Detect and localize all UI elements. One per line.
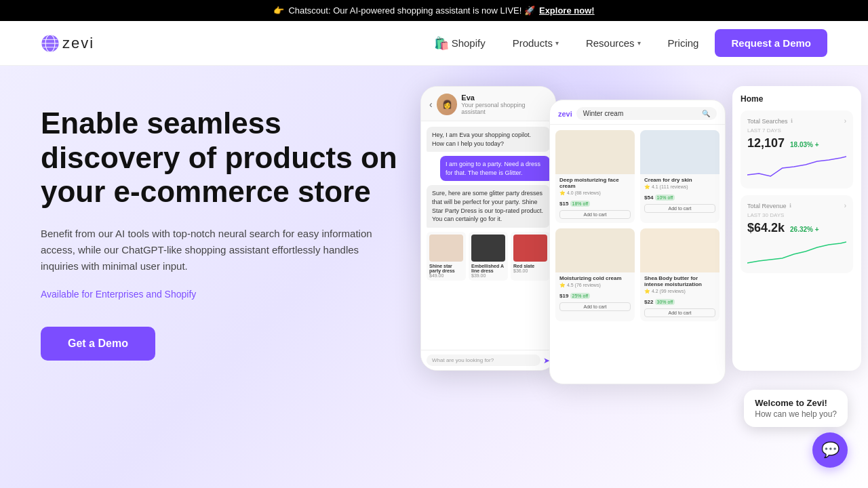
searches-value: 12,107 <box>747 136 785 150</box>
request-demo-button[interactable]: Request a Demo <box>715 29 827 57</box>
hero-description: Benefit from our AI tools with top-notch… <box>41 226 380 274</box>
products-chevron-icon: ▾ <box>555 39 559 47</box>
total-searches-label: Total Searches ℹ › <box>747 117 846 125</box>
total-revenue-label: Total Revenue ℹ › <box>747 202 846 209</box>
product-grid-phone: Shine star party dress $49.00 Embellishe… <box>427 232 550 281</box>
search-icon: 🔍 <box>702 110 710 117</box>
nav-resources-label: Resources <box>586 37 635 49</box>
expand-icon[interactable]: › <box>844 117 846 125</box>
phone-search-input[interactable]: What are you looking for? <box>427 354 540 366</box>
hero-section: Enable seamless discovery of products on… <box>0 66 868 488</box>
announcement-emoji: 👉 <box>273 5 284 16</box>
phone-product-image-3 <box>513 235 547 262</box>
dash-product-img-2 <box>640 130 719 174</box>
chat-bubble: Welcome to Zevi! How can we help you? <box>744 390 848 427</box>
add-to-cart-btn-4[interactable]: Add to cart <box>644 308 715 317</box>
resources-chevron-icon: ▾ <box>637 39 641 47</box>
phone-product-2: Embellished A line dress $39.00 <box>469 232 508 281</box>
phone-product-1: Shine star party dress $49.00 <box>427 232 466 281</box>
dash-product-reviews-2: ⭐ 4.1 (111 reviews) <box>644 184 715 190</box>
revenue-info-icon: ℹ <box>789 203 791 209</box>
dashboard-mockup: zevi Winter cream 🔍 Deep moisturizing fa… <box>549 100 726 384</box>
search-value: Winter cream <box>583 110 623 117</box>
revenue-expand-icon[interactable]: › <box>844 202 846 209</box>
dash-product-3: Moisturizing cold cream ⭐ 4.5 (76 review… <box>555 228 635 321</box>
chat-widget: Welcome to Zevi! How can we help you? 💬 <box>744 390 848 468</box>
avatar: 👩 <box>437 94 458 115</box>
product-grid-dash: Deep moisturizing face cream ⭐ 4.0 (88 r… <box>555 130 719 321</box>
logo-globe-icon <box>41 34 60 53</box>
dash-product-4: Shea Body butter for intense moisturizat… <box>640 228 719 321</box>
chat-widget-subtitle: How can we help you? <box>755 409 837 419</box>
nav-pricing[interactable]: Pricing <box>657 32 710 54</box>
dash-product-img-1 <box>555 130 635 174</box>
total-searches-card: Total Searches ℹ › LAST 7 DAYS 12,107 18… <box>741 110 853 188</box>
announcement-bar: 👉 Chatscout: Our AI-powered shopping ass… <box>0 0 868 21</box>
phone-product-image-2 <box>471 235 505 262</box>
stats-panel: Home Total Searches ℹ › LAST 7 DAYS 12,1… <box>732 86 861 371</box>
searches-period: LAST 7 DAYS <box>747 127 846 134</box>
dash-product-price-3: $19 <box>559 293 570 299</box>
nav-products[interactable]: Products ▾ <box>502 32 570 54</box>
assistant-subtitle: Your personal shopping assistant <box>461 102 547 115</box>
phone-product-name-3: Red slate <box>513 264 547 268</box>
chat-bot-message-1: Hey, I am Eva your shopping copilot. How… <box>427 127 550 152</box>
add-to-cart-btn-3[interactable]: Add to cart <box>559 302 631 311</box>
dash-product-info-4: Shea Body butter for intense moisturizat… <box>640 272 719 321</box>
revenue-chart <box>747 239 846 266</box>
phone-mockup: ‹ 👩 Eva Your personal shopping assistant… <box>420 86 556 371</box>
nav-shopify[interactable]: 🛍️ Shopify <box>423 30 496 56</box>
dash-product-price-1: $15 <box>559 201 570 207</box>
hero-heading: Enable seamless discovery of products on… <box>41 106 420 209</box>
searches-chart <box>747 155 846 182</box>
dash-product-reviews-3: ⭐ 4.5 (76 reviews) <box>559 283 631 288</box>
add-to-cart-btn-1[interactable]: Add to cart <box>559 210 631 219</box>
chat-open-button[interactable]: 💬 <box>812 432 848 468</box>
phone-product-price-3: $36.00 <box>513 268 547 273</box>
dash-product-discount-4: 30% off <box>655 299 675 305</box>
nav-resources[interactable]: Resources ▾ <box>575 32 652 54</box>
dash-product-reviews-4: ⭐ 4.2 (99 reviews) <box>644 289 715 294</box>
dashboard-search[interactable]: Winter cream 🔍 <box>576 107 717 120</box>
dash-product-name-3: Moisturizing cold cream <box>559 275 631 281</box>
dash-product-info-2: Cream for dry skin ⭐ 4.1 (111 reviews) $… <box>640 174 719 217</box>
phone-footer: What are you looking for? ➤ <box>421 350 555 370</box>
chat-user-message-1: I am going to a party. Need a dress for … <box>440 156 550 181</box>
chat-widget-title: Welcome to Zevi! <box>755 398 837 408</box>
available-link[interactable]: Available for Enterprises and Shopify <box>41 289 196 300</box>
nav-shopify-label: Shopify <box>452 37 486 49</box>
dash-product-price-4: $22 <box>644 299 655 305</box>
dash-product-discount-1: 18% off <box>570 201 591 207</box>
add-to-cart-btn-2[interactable]: Add to cart <box>644 204 715 213</box>
revenue-value: $64.2k <box>747 221 785 235</box>
dash-product-name-1: Deep moisturizing face cream <box>559 177 631 189</box>
dash-product-discount-3: 25% off <box>570 293 591 299</box>
nav-pricing-label: Pricing <box>668 37 699 49</box>
navbar: zevi 🛍️ Shopify Products ▾ Resources ▾ P… <box>0 21 868 66</box>
phone-product-3: Red slate $36.00 <box>511 232 550 281</box>
phone-body: Hey, I am Eva your shopping copilot. How… <box>421 121 555 286</box>
dash-product-name-2: Cream for dry skin <box>644 177 715 183</box>
hero-content: Enable seamless discovery of products on… <box>41 106 420 361</box>
stats-panel-title: Home <box>741 94 853 104</box>
dash-product-info-1: Deep moisturizing face cream ⭐ 4.0 (88 r… <box>555 174 635 223</box>
logo-text: zevi <box>62 35 94 52</box>
logo[interactable]: zevi <box>41 34 94 53</box>
get-demo-button[interactable]: Get a Demo <box>41 327 155 361</box>
phone-product-image-1 <box>429 235 463 262</box>
shopify-icon: 🛍️ <box>434 36 449 51</box>
phone-product-price-2: $39.00 <box>471 273 505 278</box>
dash-product-info-3: Moisturizing cold cream ⭐ 4.5 (76 review… <box>555 272 635 315</box>
assistant-name: Eva <box>461 94 547 102</box>
dash-product-price-2: $54 <box>644 195 655 201</box>
info-icon: ℹ <box>791 118 793 124</box>
phone-product-price-1: $49.00 <box>429 273 463 278</box>
dashboard-header: zevi Winter cream 🔍 <box>550 100 725 125</box>
dash-product-reviews-1: ⭐ 4.0 (88 reviews) <box>559 190 631 196</box>
announcement-cta[interactable]: Explore now! <box>539 5 595 16</box>
revenue-change: 26.32% + <box>790 226 819 233</box>
searches-change: 18.03% + <box>790 141 819 148</box>
phone-header: ‹ 👩 Eva Your personal shopping assistant <box>421 87 555 121</box>
dash-product-2: Cream for dry skin ⭐ 4.1 (111 reviews) $… <box>640 130 719 223</box>
back-icon: ‹ <box>429 99 433 110</box>
